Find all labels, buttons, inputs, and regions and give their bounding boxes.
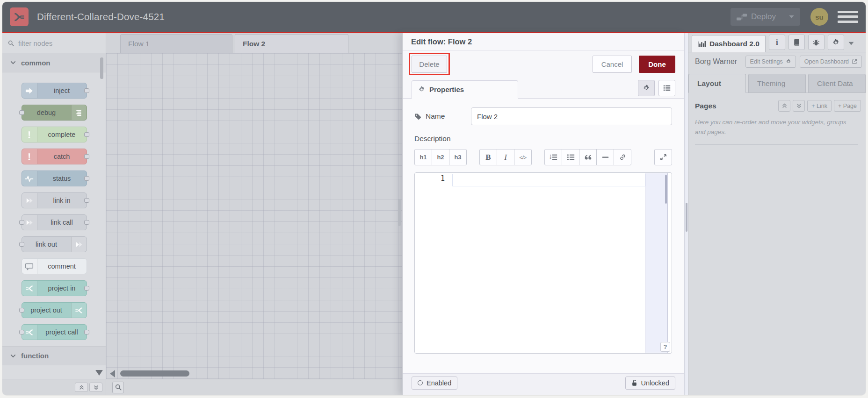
editor-scroll-track[interactable]: [645, 173, 668, 353]
bold-button[interactable]: B: [479, 149, 497, 165]
canvas-footer: [106, 379, 402, 395]
properties-tab-label: Properties: [429, 85, 464, 93]
cancel-button[interactable]: Cancel: [593, 56, 632, 73]
scroll-left-arrow-icon[interactable]: [110, 370, 115, 377]
edit-description-button[interactable]: [658, 80, 675, 96]
flow-canvas[interactable]: Flow 1 Flow 2: [106, 33, 402, 395]
palette-node-project-out[interactable]: project out: [22, 302, 87, 318]
palette-scrollbar[interactable]: [100, 57, 103, 79]
tab-label: Flow 2: [243, 40, 265, 48]
pages-row: Pages + Link + Page: [688, 93, 866, 112]
v-scrollbar-thumb[interactable]: [686, 203, 687, 232]
tray-toolbar: Delete Cancel Done: [403, 50, 684, 78]
main-menu-button[interactable]: [838, 8, 858, 26]
deploy-button[interactable]: Deploy: [731, 8, 800, 26]
palette-node-link-out[interactable]: link out: [22, 236, 87, 252]
heading1-button[interactable]: h1: [414, 149, 432, 165]
palette-node-status[interactable]: status: [22, 171, 87, 186]
palette-node-complete[interactable]: complete: [22, 127, 87, 142]
palette-node-project-call[interactable]: project call: [22, 324, 87, 340]
user-avatar[interactable]: su: [810, 8, 828, 26]
heading3-button[interactable]: h3: [449, 149, 467, 165]
sidebar-menu-caret-icon[interactable]: [848, 42, 854, 45]
canvas-search-button[interactable]: [112, 382, 124, 393]
page-title: Different-Collared-Dove-4521: [37, 11, 165, 22]
chevron-double-up-icon: [782, 103, 787, 108]
expand-editor-button[interactable]: [654, 149, 672, 165]
insert-link-button[interactable]: [614, 149, 631, 165]
palette-node-debug[interactable]: debug: [22, 105, 87, 121]
palette-node-project-in[interactable]: project in: [22, 280, 87, 296]
palette-category-function[interactable]: function: [2, 346, 106, 365]
gear-icon: [643, 85, 650, 92]
h-scrollbar-thumb[interactable]: [120, 370, 189, 377]
gear-sidebar-button[interactable]: [828, 35, 844, 50]
description-editor[interactable]: 1 ?: [414, 172, 672, 354]
gear-icon: [418, 86, 425, 93]
node-output-port: [84, 198, 89, 203]
book-sidebar-button[interactable]: [788, 35, 805, 50]
horizontal-rule-button[interactable]: [596, 149, 614, 165]
tab-properties[interactable]: Properties: [412, 80, 518, 99]
palette-node-inject[interactable]: inject: [22, 83, 87, 99]
flow-name-input[interactable]: [471, 107, 672, 125]
tab-layout[interactable]: Layout: [688, 74, 746, 93]
palette-category-common[interactable]: common: [2, 53, 106, 72]
add-link-button[interactable]: + Link: [807, 100, 832, 112]
tray-title: Edit flow: Flow 2: [403, 33, 684, 50]
palette-node-catch[interactable]: catch: [22, 149, 87, 164]
palette-footer: [2, 379, 106, 395]
palette-node-label: project out: [22, 306, 71, 314]
editor-scrollbar-thumb[interactable]: [665, 175, 667, 204]
canvas-grid[interactable]: [106, 53, 402, 379]
book-icon: [793, 39, 800, 46]
enabled-toggle-button[interactable]: Enabled: [412, 377, 457, 390]
info-sidebar-button[interactable]: i: [769, 35, 785, 50]
palette-filter-input[interactable]: [17, 39, 87, 48]
ordered-list-button[interactable]: 12: [544, 149, 562, 165]
unordered-list-button[interactable]: [562, 149, 579, 165]
palette-node-link-in[interactable]: link in: [22, 192, 87, 208]
code-button[interactable]: </>: [514, 149, 532, 165]
open-dashboard-button[interactable]: Open Dashboard: [800, 56, 862, 68]
editor-line-number: 1: [415, 174, 452, 183]
done-button[interactable]: Done: [639, 56, 675, 73]
inject-icon: [22, 83, 37, 98]
bug-sidebar-button[interactable]: [808, 35, 825, 50]
tray-resize-handle[interactable]: [398, 199, 401, 226]
delete-button[interactable]: Delete: [412, 56, 447, 73]
edit-settings-button[interactable]: Edit Settings: [745, 56, 796, 68]
tab-flow-2[interactable]: Flow 2: [235, 34, 348, 53]
locked-toggle-button[interactable]: Unlocked: [625, 377, 675, 390]
italic-button[interactable]: I: [497, 149, 514, 165]
expand-pages-button[interactable]: [793, 100, 805, 112]
editor-help-button[interactable]: ?: [660, 342, 670, 352]
deploy-options-caret-icon[interactable]: [789, 15, 794, 19]
collapse-pages-button[interactable]: [778, 100, 790, 112]
node-output-port: [84, 176, 89, 181]
name-label: Name: [426, 112, 471, 121]
blockquote-button[interactable]: [579, 149, 597, 165]
workspace-v-scrollbar[interactable]: [684, 33, 688, 395]
palette-filter[interactable]: [2, 33, 106, 53]
palette-node-comment[interactable]: comment: [22, 258, 87, 274]
linkarrow-icon: [71, 237, 87, 252]
canvas-h-scrollbar[interactable]: [110, 370, 189, 377]
add-page-button[interactable]: + Page: [834, 100, 861, 112]
tab-dashboard-2[interactable]: Dashboard 2.0: [692, 35, 766, 52]
palette-node-label: link in: [37, 197, 87, 204]
chevron-double-down-icon: [796, 103, 802, 108]
tag-icon: [414, 113, 421, 120]
palette-collapse-all-button[interactable]: [75, 383, 88, 392]
tab-flow-1[interactable]: Flow 1: [120, 34, 232, 53]
tab-client-data[interactable]: Client Data: [808, 74, 866, 93]
palette-expand-all-button[interactable]: [89, 383, 102, 392]
sidebar-icon-buttons: i: [766, 35, 844, 52]
heading2-button[interactable]: h2: [432, 149, 449, 165]
edit-properties-button[interactable]: [638, 80, 655, 96]
edit-tray: Edit flow: Flow 2 Delete Cancel Done Pro…: [402, 33, 684, 395]
palette-node-link-call[interactable]: link call: [22, 214, 87, 230]
tab-theming[interactable]: Theming: [748, 74, 806, 93]
palette-node-label: inject: [37, 87, 87, 94]
node-input-port: [19, 110, 24, 115]
